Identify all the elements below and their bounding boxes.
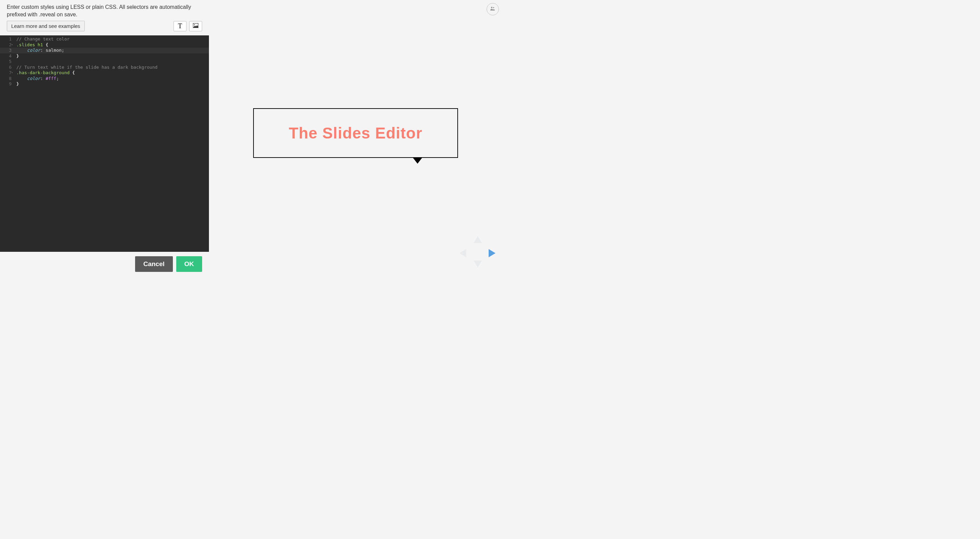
footer-actions: Cancel OK bbox=[0, 252, 209, 276]
speech-pointer-icon bbox=[413, 157, 422, 164]
line-number: 3 bbox=[0, 48, 11, 53]
toolbar-row: Learn more and see examples T bbox=[0, 21, 209, 35]
line-number: 5 bbox=[0, 59, 11, 65]
code-line: .slides h1 { bbox=[16, 42, 207, 48]
slide-preview-panel: The Slides Editor bbox=[209, 0, 503, 276]
slide-nav-arrows bbox=[459, 235, 496, 269]
code-editor[interactable]: 1 2 3 4 5 6 7 8 9 // Change text color .… bbox=[0, 35, 209, 252]
slide-heading: The Slides Editor bbox=[289, 124, 423, 142]
code-line: } bbox=[16, 81, 207, 87]
css-editor-panel: Enter custom styles using LESS or plain … bbox=[0, 0, 209, 276]
svg-point-1 bbox=[194, 24, 195, 25]
nav-down-button[interactable] bbox=[473, 260, 482, 269]
line-number: 1 bbox=[0, 37, 11, 42]
learn-more-button[interactable]: Learn more and see examples bbox=[7, 21, 85, 31]
intro-text: Enter custom styles using LESS or plain … bbox=[0, 0, 209, 21]
nav-left-button[interactable] bbox=[459, 248, 467, 259]
cancel-button[interactable]: Cancel bbox=[135, 256, 172, 272]
line-number: 7 bbox=[0, 70, 11, 76]
code-line: color: salmon; bbox=[16, 48, 207, 53]
svg-point-3 bbox=[493, 7, 495, 8]
collaborators-button[interactable] bbox=[487, 3, 499, 15]
nav-up-button[interactable] bbox=[473, 235, 482, 245]
svg-point-2 bbox=[491, 7, 492, 8]
code-line: // Turn text white if the slide has a da… bbox=[16, 65, 207, 70]
ok-button[interactable]: OK bbox=[176, 256, 202, 272]
line-number-gutter: 1 2 3 4 5 6 7 8 9 bbox=[0, 35, 14, 252]
preview-mode-toggle: T bbox=[173, 21, 202, 31]
line-number: 9 bbox=[0, 81, 11, 87]
line-number: 6 bbox=[0, 65, 11, 70]
code-line: .has-dark-background { bbox=[16, 70, 207, 76]
nav-right-button[interactable] bbox=[488, 248, 496, 259]
line-number: 8 bbox=[0, 76, 11, 82]
line-number: 2 bbox=[0, 42, 11, 48]
code-line: } bbox=[16, 53, 207, 59]
users-icon bbox=[490, 6, 495, 12]
slide-heading-box[interactable]: The Slides Editor bbox=[253, 108, 458, 158]
text-icon: T bbox=[178, 22, 182, 30]
text-preview-button[interactable]: T bbox=[173, 21, 186, 31]
image-icon bbox=[193, 23, 198, 29]
code-line bbox=[16, 59, 207, 65]
line-number: 4 bbox=[0, 53, 11, 59]
code-line: // Change text color bbox=[16, 37, 207, 42]
image-preview-button[interactable] bbox=[189, 21, 202, 31]
code-body[interactable]: // Change text color .slides h1 { color:… bbox=[14, 35, 209, 252]
code-line: color: #fff; bbox=[16, 76, 207, 82]
